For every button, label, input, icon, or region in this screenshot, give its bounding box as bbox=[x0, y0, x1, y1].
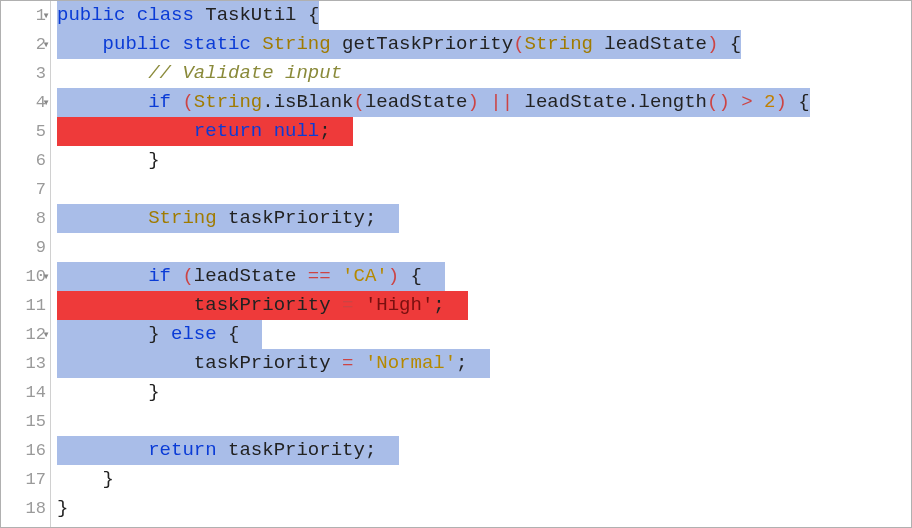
code-line[interactable]: public static String getTaskPriority(Str… bbox=[57, 30, 911, 59]
code-line[interactable] bbox=[57, 175, 911, 204]
code-line[interactable]: return null; bbox=[57, 117, 911, 146]
string-literal: 'High' bbox=[365, 294, 433, 316]
gutter-row: 17 bbox=[1, 465, 50, 494]
keyword: return bbox=[148, 439, 216, 461]
gutter-row: 13 bbox=[1, 349, 50, 378]
code-line[interactable]: } else { bbox=[57, 320, 911, 349]
code-line[interactable]: taskPriority = 'Normal'; bbox=[57, 349, 911, 378]
fold-icon[interactable]: ▾ bbox=[40, 329, 52, 341]
code-line[interactable] bbox=[57, 233, 911, 262]
code-line[interactable]: taskPriority = 'High'; bbox=[57, 291, 911, 320]
type: String bbox=[525, 33, 593, 55]
keyword: if bbox=[148, 265, 171, 287]
variable: taskPriority bbox=[228, 207, 365, 229]
keyword: public bbox=[103, 33, 171, 55]
gutter-row: 4▾ bbox=[1, 88, 50, 117]
gutter-row: 8 bbox=[1, 204, 50, 233]
param: leadState bbox=[604, 33, 707, 55]
gutter-row: 14 bbox=[1, 378, 50, 407]
code-line[interactable]: String taskPriority; bbox=[57, 204, 911, 233]
gutter-row: 9 bbox=[1, 233, 50, 262]
method-name: getTaskPriority bbox=[342, 33, 513, 55]
code-line[interactable]: } bbox=[57, 378, 911, 407]
line-number: 3 bbox=[36, 65, 46, 82]
line-number: 15 bbox=[26, 413, 46, 430]
gutter-row: 2▾ bbox=[1, 30, 50, 59]
line-number: 9 bbox=[36, 239, 46, 256]
line-number: 14 bbox=[26, 384, 46, 401]
comment: // Validate input bbox=[148, 62, 342, 84]
method-call: length bbox=[639, 91, 707, 113]
class-name: TaskUtil bbox=[205, 4, 296, 26]
code-line[interactable]: if (String.isBlank(leadState) || leadSta… bbox=[57, 88, 911, 117]
code-line[interactable]: } bbox=[57, 146, 911, 175]
code-line[interactable]: public class TaskUtil { bbox=[57, 1, 911, 30]
gutter-row: 15 bbox=[1, 407, 50, 436]
line-number: 11 bbox=[26, 297, 46, 314]
line-number: 8 bbox=[36, 210, 46, 227]
line-number: 18 bbox=[26, 500, 46, 517]
code-line[interactable]: } bbox=[57, 494, 911, 523]
type: String bbox=[194, 91, 262, 113]
gutter-row: 11 bbox=[1, 291, 50, 320]
fold-icon[interactable]: ▾ bbox=[40, 271, 52, 283]
keyword: class bbox=[137, 4, 194, 26]
string-literal: 'Normal' bbox=[365, 352, 456, 374]
line-number: 6 bbox=[36, 152, 46, 169]
fold-icon[interactable]: ▾ bbox=[40, 97, 52, 109]
method-call: isBlank bbox=[274, 91, 354, 113]
type: String bbox=[148, 207, 216, 229]
code-line[interactable] bbox=[57, 407, 911, 436]
fold-icon[interactable]: ▾ bbox=[40, 39, 52, 51]
code-line[interactable]: return taskPriority; bbox=[57, 436, 911, 465]
line-number: 17 bbox=[26, 471, 46, 488]
code-line[interactable]: if (leadState == 'CA') { bbox=[57, 262, 911, 291]
gutter-row: 12▾ bbox=[1, 320, 50, 349]
line-number-gutter: 1▾ 2▾ 3 4▾ 5 6 7 8 9 10▾ 11 12▾ 13 14 15… bbox=[1, 1, 51, 527]
line-number: 7 bbox=[36, 181, 46, 198]
keyword: return bbox=[194, 120, 262, 142]
gutter-row: 10▾ bbox=[1, 262, 50, 291]
string-literal: 'CA' bbox=[342, 265, 388, 287]
line-number: 5 bbox=[36, 123, 46, 140]
gutter-row: 18 bbox=[1, 494, 50, 523]
gutter-row: 7 bbox=[1, 175, 50, 204]
code-line[interactable]: } bbox=[57, 465, 911, 494]
keyword: if bbox=[148, 91, 171, 113]
code-line[interactable]: // Validate input bbox=[57, 59, 911, 88]
number-literal: 2 bbox=[764, 91, 775, 113]
keyword: else bbox=[171, 323, 217, 345]
gutter-row: 5 bbox=[1, 117, 50, 146]
code-area[interactable]: public class TaskUtil { public static St… bbox=[51, 1, 911, 527]
gutter-row: 3 bbox=[1, 59, 50, 88]
type: String bbox=[262, 33, 330, 55]
keyword: static bbox=[182, 33, 250, 55]
line-number: 16 bbox=[26, 442, 46, 459]
keyword: public bbox=[57, 4, 125, 26]
line-number: 13 bbox=[26, 355, 46, 372]
code-editor[interactable]: 1▾ 2▾ 3 4▾ 5 6 7 8 9 10▾ 11 12▾ 13 14 15… bbox=[1, 1, 911, 527]
null-literal: null bbox=[274, 120, 320, 142]
gutter-row: 6 bbox=[1, 146, 50, 175]
gutter-row: 16 bbox=[1, 436, 50, 465]
gutter-row: 1▾ bbox=[1, 1, 50, 30]
fold-icon[interactable]: ▾ bbox=[40, 10, 52, 22]
